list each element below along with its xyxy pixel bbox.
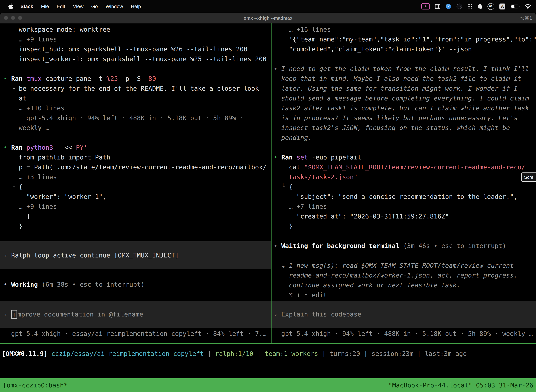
terminal-line: • Waiting for background terminal (3m 46… [274, 241, 536, 251]
status-segment: | [413, 350, 425, 357]
text-segment: should send a message before completing … [274, 94, 529, 102]
menu-edit[interactable]: Edit [53, 4, 69, 9]
menu-slack[interactable]: Slack [17, 4, 37, 9]
wifi-icon[interactable] [525, 4, 531, 9]
terminal-line: } [4, 221, 271, 231]
badge-61-icon[interactable]: 61 [488, 3, 494, 10]
terminal-line: '{"team_name":"my-team","task_id":"1","f… [274, 34, 536, 44]
text-segment: p = Path('.omx/state/team/review-current… [4, 163, 267, 171]
text-segment: … +7 lines [274, 203, 327, 210]
text-segment: pending. [274, 134, 312, 141]
ghost-icon[interactable] [478, 4, 482, 9]
window-title: omx --xhigh --madmax [0, 15, 536, 21]
spacer [4, 289, 271, 301]
window-shortcut-badge: ⌥⌘1 [519, 15, 536, 21]
terminal-line: … +7 lines [274, 202, 536, 211]
spacer [274, 231, 536, 241]
keyboard-input-icon[interactable]: A [499, 3, 505, 9]
menu-go[interactable]: Go [87, 4, 102, 9]
text-segment: … +3 lines [4, 173, 57, 181]
menu-help[interactable]: Help [127, 4, 145, 9]
terminal-line: "completed","claim_token":"claim-token"}… [274, 44, 536, 54]
terminal-line: gpt-5.4 xhigh · 94% left · 488K in · 5.1… [4, 113, 271, 123]
text-segment: gpt-5.4 xhigh · 94% left · 488K in · 5.1… [274, 330, 533, 337]
spacer [274, 251, 536, 261]
blue-app-icon[interactable] [446, 4, 451, 9]
window-titlebar[interactable]: omx --xhigh --madmax ⌥⌘1 [0, 13, 536, 23]
text-segment: } [4, 222, 23, 230]
terminal-content: workspace_mode: worktree … +9 lines insp… [0, 23, 536, 392]
composer-input[interactable]: › Explain this codebase [272, 301, 536, 328]
grid-icon[interactable] [435, 4, 440, 9]
text-segment: … +9 lines [4, 36, 57, 43]
spacer [274, 143, 536, 152]
terminal-line: cat "$OMX_TEAM_STATE_ROOT/team/review-cu… [274, 162, 536, 172]
notification-flap: Scre [521, 173, 536, 182]
menu-view[interactable]: View [69, 4, 87, 9]
close-button[interactable] [4, 16, 8, 20]
text-segment: inspect task2's JSON, focusing on the st… [274, 124, 510, 131]
terminal-line: "worker": "worker-1", [4, 192, 271, 202]
dark-app-icon[interactable] [456, 4, 462, 9]
text-segment: … +16 lines [274, 26, 331, 33]
terminal-line: gpt-5.4 xhigh · 94% left · 488K in · 5.1… [274, 329, 536, 339]
text-segment: "$OMX_TEAM_STATE_ROOT/team/review-curren… [304, 163, 525, 171]
spacer [274, 54, 536, 64]
terminal-line: └ { [274, 182, 536, 192]
menu-window[interactable]: Window [102, 4, 127, 9]
status-segment: | [254, 350, 265, 357]
text-segment: readme-and-reco/mailbox/worker-1.json, a… [274, 271, 517, 279]
terminal-line: ] [4, 211, 271, 221]
status-segment: team:1 workers [265, 350, 318, 357]
text-segment: { [19, 183, 23, 190]
terminal-line: workspace_mode: worktree [4, 25, 271, 34]
zoom-button[interactable] [18, 16, 22, 20]
terminal-line: should send a message before completing … [274, 93, 536, 103]
terminal-line: … +3 lines [4, 172, 271, 182]
status-segment: session:23m [371, 350, 413, 357]
text-segment: mprove documentation in @filename [17, 309, 143, 319]
omx-status-line: [OMX#0.11.9] cczip/essay/ai-reimplementa… [2, 349, 536, 359]
terminal-line: inspect_hud: omx sparkshell --tmux-pane … [4, 44, 271, 54]
battery-icon[interactable] [511, 5, 519, 8]
text-segment: set [297, 154, 308, 161]
text-segment: gpt-5.4 xhigh · essay/ai-reimplementatio… [4, 330, 267, 337]
right-pane[interactable]: … +16 lines '{"team_name":"my-team","tas… [272, 23, 536, 343]
spacer [4, 64, 271, 74]
menu-file[interactable]: File [37, 4, 53, 9]
text-segment: '{"team_name":"my-team","task_id":"1","f… [274, 36, 536, 43]
status-segment: | [318, 350, 330, 357]
recording-dot [425, 5, 426, 7]
terminal-line: └ { [4, 182, 271, 192]
text-segment: I need to get the claim token from the c… [281, 65, 529, 72]
terminal-line: … +16 lines [274, 25, 536, 34]
minimize-button[interactable] [11, 16, 15, 20]
terminal-line: gpt-5.4 xhigh · essay/ai-reimplementatio… [4, 329, 271, 339]
terminal-line: • Ran set -euo pipefail [274, 152, 536, 162]
text-segment: Waiting for background terminal [281, 242, 403, 249]
composer-input[interactable]: › Improve documentation in @filename [0, 301, 271, 328]
text-segment: -euo pipefail [308, 154, 361, 161]
text-segment: -80 [144, 75, 156, 82]
screen-recording-indicator[interactable] [421, 3, 430, 9]
apple-logo[interactable] [5, 4, 17, 9]
text-segment: (6m 38s • esc to interrupt) [42, 281, 144, 288]
text-segment: gpt-5.4 xhigh · 94% left · 488K in · 5.1… [4, 114, 244, 121]
text-segment: at [4, 94, 26, 102]
dots-grid-icon[interactable] [467, 4, 472, 9]
text-segment: › [4, 250, 11, 260]
terminal-line: later. Using the same for transition mig… [274, 84, 536, 93]
left-pane[interactable]: workspace_mode: worktree … +9 lines insp… [0, 23, 271, 343]
menu-status-icons: 61A [421, 3, 536, 10]
text-segment: -p -S [118, 75, 144, 82]
text-segment: cat [274, 163, 304, 171]
text-segment: Explain this codebase [281, 309, 361, 319]
text-segment: - << [53, 144, 72, 151]
bullet-icon: • [274, 242, 281, 249]
text-segment: └ [4, 85, 19, 92]
text-segment: workspace_mode: worktree [4, 26, 110, 33]
terminal-line: tasks/task-2.json" [274, 172, 536, 182]
text-segment: Ran [11, 144, 26, 151]
macos-menu-bar: SlackFileEditViewGoWindowHelp 61A [0, 0, 536, 13]
terminal-line: ↳ 1 new msg(s): read $OMX_TEAM_STATE_ROO… [274, 261, 536, 271]
